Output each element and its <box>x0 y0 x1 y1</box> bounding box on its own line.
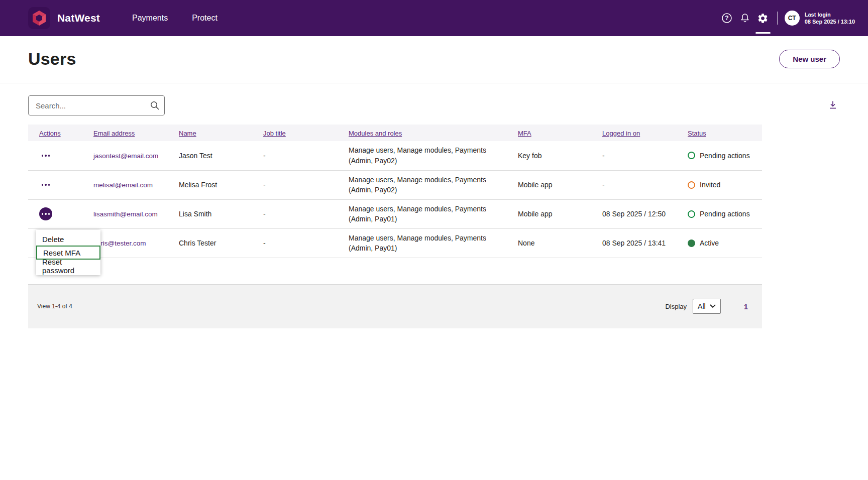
new-user-button[interactable]: New user <box>779 50 840 68</box>
page-header: Users New user <box>0 36 868 83</box>
row-context-menu: Delete Reset MFA Reset password <box>36 230 100 275</box>
top-navbar: NatWest Payments Protect ? CT Last <box>0 0 868 36</box>
ellipsis-icon <box>42 213 44 215</box>
table-footer: View 1-4 of 4 Display All 1 <box>28 284 762 328</box>
col-header-actions[interactable]: Actions <box>39 130 61 137</box>
svg-text:?: ? <box>725 15 728 22</box>
help-button[interactable]: ? <box>718 0 736 36</box>
user-modules: Manage users, Manage modules, Payments (… <box>338 228 507 258</box>
user-logged-in-on: - <box>591 141 677 170</box>
page-title: Users <box>28 49 76 69</box>
user-logged-in-on: - <box>591 170 677 199</box>
status-label: Active <box>700 239 719 247</box>
user-modules: Manage users, Manage modules, Payments (… <box>338 170 507 199</box>
user-email-link[interactable]: jasontest@email.com <box>93 152 158 160</box>
user-name: Chris Tester <box>168 228 252 258</box>
table-row: melisaf@email.com Melisa Frost - Manage … <box>28 170 762 199</box>
table-header-row: Actions Email address Name Job title Mod… <box>28 125 762 141</box>
status-label: Pending actions <box>700 210 750 218</box>
status-indicator-icon <box>688 181 695 189</box>
gear-icon <box>757 13 769 24</box>
user-job-title: - <box>252 228 338 258</box>
row-actions-button[interactable] <box>39 178 52 191</box>
user-email-link[interactable]: chris@tester.com <box>93 239 146 247</box>
user-mfa: None <box>507 228 591 258</box>
nav-item-protect[interactable]: Protect <box>192 14 218 23</box>
avatar[interactable]: CT <box>785 11 800 26</box>
table-row: chris@tester.com Chris Tester - Manage u… <box>28 228 762 258</box>
active-tab-indicator <box>755 32 771 34</box>
last-login: Last login 08 Sep 2025 / 13:10 <box>805 11 855 26</box>
search-box <box>28 95 165 115</box>
user-email-link[interactable]: melisaf@email.com <box>93 181 153 189</box>
natwest-logo-icon <box>28 7 50 29</box>
display-label: Display <box>665 303 687 310</box>
user-logged-in-on: 08 Sep 2025 / 13:41 <box>591 228 677 258</box>
user-name: Jason Test <box>168 141 252 170</box>
row-actions-button[interactable] <box>39 207 52 220</box>
status-label: Pending actions <box>700 152 750 160</box>
primary-nav: Payments Protect <box>132 14 718 23</box>
users-table-body: jasontest@email.com Jason Test - Manage … <box>28 141 762 258</box>
user-modules: Manage users, Manage modules, Payments (… <box>338 141 507 170</box>
bell-icon <box>739 13 750 24</box>
page-number-1[interactable]: 1 <box>744 302 748 311</box>
col-header-modules[interactable]: Modules and roles <box>349 130 402 137</box>
menu-item-reset-password[interactable]: Reset password <box>36 260 100 272</box>
last-login-label: Last login <box>805 11 855 18</box>
ellipsis-icon <box>42 155 44 157</box>
user-logged-in-on: 08 Sep 2025 / 12:50 <box>591 199 677 228</box>
user-email-link[interactable]: lisasmith@email.com <box>93 210 158 218</box>
user-mfa: Mobile app <box>507 170 591 199</box>
chevron-down-icon <box>710 304 716 308</box>
nav-right: ? CT Last login 08 Sep 2025 / 13:10 <box>718 0 868 36</box>
user-modules: Manage users, Manage modules, Payments (… <box>338 199 507 228</box>
download-button[interactable] <box>826 98 840 113</box>
main-content: Actions Email address Name Job title Mod… <box>0 95 868 328</box>
table-row: lisasmith@email.com Lisa Smith - Manage … <box>28 199 762 228</box>
display-value: All <box>698 302 706 310</box>
ellipsis-icon <box>42 184 44 186</box>
col-header-status[interactable]: Status <box>688 130 706 137</box>
status-label: Invited <box>700 181 720 189</box>
user-job-title: - <box>252 141 338 170</box>
users-table-wrap: Actions Email address Name Job title Mod… <box>28 125 762 258</box>
brand[interactable]: NatWest <box>28 7 100 29</box>
status-badge: Active <box>688 239 756 247</box>
user-mfa: Key fob <box>507 141 591 170</box>
help-icon: ? <box>721 13 732 24</box>
status-indicator-icon <box>688 210 695 218</box>
search-icon <box>150 100 160 110</box>
nav-item-payments[interactable]: Payments <box>132 14 168 23</box>
view-count: View 1-4 of 4 <box>37 303 72 310</box>
user-name: Melisa Frost <box>168 170 252 199</box>
download-icon <box>828 100 838 110</box>
display-select[interactable]: All <box>693 299 721 314</box>
user-job-title: - <box>252 199 338 228</box>
col-header-name[interactable]: Name <box>179 130 196 137</box>
notifications-button[interactable] <box>736 0 754 36</box>
footer-right: Display All 1 <box>665 299 753 314</box>
search-input[interactable] <box>28 95 165 115</box>
status-indicator-icon <box>688 152 695 159</box>
col-header-mfa[interactable]: MFA <box>518 130 531 137</box>
col-header-logged-in-on[interactable]: Logged in on <box>602 130 640 137</box>
status-indicator-icon <box>688 239 695 247</box>
menu-item-delete[interactable]: Delete <box>36 233 100 246</box>
toolbar <box>28 95 840 115</box>
last-login-value: 08 Sep 2025 / 13:10 <box>805 18 855 25</box>
user-job-title: - <box>252 170 338 199</box>
settings-button[interactable] <box>754 0 772 36</box>
row-actions-button[interactable] <box>39 149 52 162</box>
users-table: Actions Email address Name Job title Mod… <box>28 125 762 258</box>
col-header-job-title[interactable]: Job title <box>263 130 286 137</box>
status-badge: Pending actions <box>688 152 756 160</box>
status-badge: Invited <box>688 181 756 189</box>
user-name: Lisa Smith <box>168 199 252 228</box>
col-header-email[interactable]: Email address <box>93 130 135 137</box>
brand-name: NatWest <box>57 12 100 24</box>
nav-divider <box>777 12 778 25</box>
user-mfa: Mobile app <box>507 199 591 228</box>
status-badge: Pending actions <box>688 210 756 218</box>
table-row: jasontest@email.com Jason Test - Manage … <box>28 141 762 170</box>
